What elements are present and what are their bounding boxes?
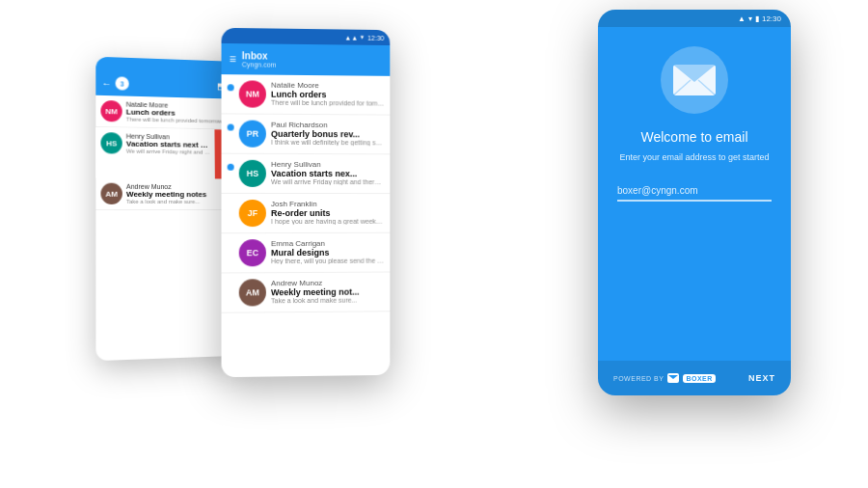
avatar: NM xyxy=(100,100,122,122)
wifi-icon: ▾ xyxy=(748,14,752,23)
powered-by-label: POWERED BY xyxy=(613,375,664,382)
battery-icon: ▮ xyxy=(755,14,759,23)
subject: Quarterly bonus rev... xyxy=(271,129,384,140)
account-label: Cyngn.com xyxy=(242,61,277,68)
mail-icon-wrapper xyxy=(661,46,728,114)
avatar: EC xyxy=(239,239,266,266)
email-item[interactable]: NM Natalie Moore Lunch orders There will… xyxy=(222,74,391,115)
sender: Henry Sullivan xyxy=(271,160,384,169)
sender: Josh Franklin xyxy=(271,200,384,208)
avatar: HS xyxy=(239,160,266,187)
email-item[interactable]: EC Emma Carrigan Mural designs Hey there… xyxy=(222,233,391,274)
avatar: AM xyxy=(239,279,266,306)
time-display: 12:30 xyxy=(762,14,781,23)
email-content: Henry Sullivan Vacation starts nex... We… xyxy=(271,160,384,185)
email-item[interactable]: PR Paul Richardson Quarterly bonus rev..… xyxy=(222,114,391,154)
boxer-icon xyxy=(667,373,679,383)
time-display: 12:30 xyxy=(367,34,384,41)
menu-icon[interactable]: ≡ xyxy=(230,52,236,66)
signal-icon: ▲▲ xyxy=(344,34,358,41)
swipe-email-content: HS Henry Sullivan Vacation starts next w… xyxy=(95,127,215,178)
next-button[interactable]: NEXT xyxy=(748,373,775,383)
signal-strength-icon: ▲ xyxy=(738,14,746,23)
powered-by: POWERED BY BOXER xyxy=(613,373,716,383)
subject: Vacation starts nex... xyxy=(271,169,384,178)
email-content: Emma Carrigan Mural designs Hey there, w… xyxy=(271,239,384,264)
email-content: Natalie Moore Lunch orders There will be… xyxy=(271,81,384,107)
email-content: Andrew Munoz Weekly meeting not... Take … xyxy=(271,279,384,305)
email-content: Josh Franklin Re-order units I hope you … xyxy=(271,200,384,225)
email-content: Henry Sullivan Vacation starts next w...… xyxy=(126,133,210,155)
avatar: JF xyxy=(239,200,266,227)
wifi-icon: ▾ xyxy=(361,34,365,41)
unread-dot xyxy=(228,124,234,131)
sender: Emma Carrigan xyxy=(271,239,384,248)
email-item[interactable]: JF Josh Franklin Re-order units I hope y… xyxy=(222,194,391,233)
avatar: NM xyxy=(239,80,266,107)
welcome-body: Welcome to email Enter your email addres… xyxy=(598,27,791,202)
unread-dot xyxy=(228,84,234,91)
front-status-bar: ▲ ▾ ▮ 12:30 xyxy=(598,10,791,27)
welcome-subtitle: Enter your email address to get started xyxy=(619,152,769,162)
preview: Take a look and make sure... xyxy=(271,296,384,304)
bottom-bar: POWERED BY BOXER NEXT xyxy=(598,361,791,395)
unread-counter: 3 xyxy=(116,76,129,90)
subject: Re-order units xyxy=(271,208,384,218)
mail-icon xyxy=(673,65,716,95)
brand-label: BOXER xyxy=(683,374,715,383)
scene: ← 3 ⬒ 🗑 NM Natalie Moore Lunch orders Th… xyxy=(0,0,868,488)
phone-front: ▲ ▾ ▮ 12:30 Welcome to email Enter your … xyxy=(598,10,791,395)
welcome-title: Welcome to email xyxy=(640,129,747,145)
preview: We will arrive Friday night and there an… xyxy=(126,149,210,155)
preview: I think we will definitely be getting so… xyxy=(271,139,384,147)
preview: We will arrive Friday night and there an… xyxy=(271,178,384,185)
avatar: AM xyxy=(100,183,122,204)
email-input[interactable] xyxy=(617,181,772,202)
preview: Hey there, will you please send the desi… xyxy=(271,258,384,265)
email-item[interactable]: AM Andrew Munoz Weekly meeting not... Ta… xyxy=(222,273,391,313)
avatar: HS xyxy=(100,132,122,153)
phone-mid: ▲▲ ▾ 12:30 ≡ Inbox Cyngn.com NM Natalie … xyxy=(222,28,391,377)
title-group: Inbox Cyngn.com xyxy=(242,50,277,68)
preview: There will be lunch provided for tomorro… xyxy=(271,99,384,107)
mid-app-bar: ≡ Inbox Cyngn.com xyxy=(222,43,391,76)
email-item[interactable]: HS Henry Sullivan Vacation starts nex...… xyxy=(222,154,391,194)
email-content: Paul Richardson Quarterly bonus rev... I… xyxy=(271,121,384,147)
avatar: PR xyxy=(239,121,266,148)
preview: I hope you are having a great week. I re… xyxy=(271,218,384,225)
inbox-label: Inbox xyxy=(242,50,277,61)
back-arrow-icon: ← xyxy=(101,77,111,88)
unread-dot xyxy=(228,164,234,171)
subject: Mural designs xyxy=(271,248,384,258)
